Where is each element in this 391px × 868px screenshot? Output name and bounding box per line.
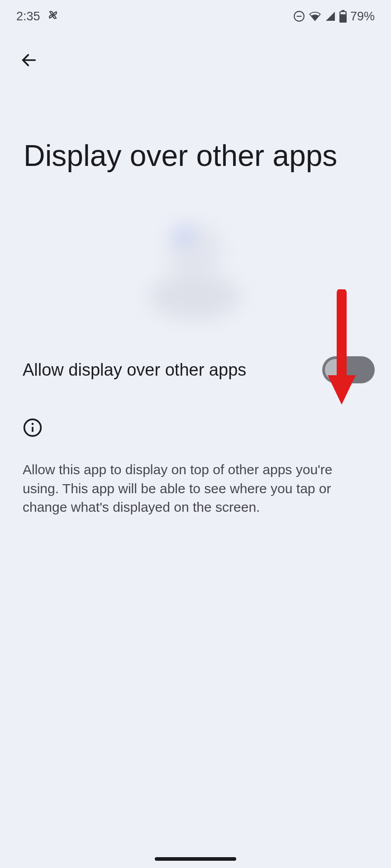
info-section: Allow this app to display on top of othe… (0, 383, 391, 516)
signal-icon (325, 11, 336, 22)
wifi-icon (309, 10, 321, 23)
page-title: Display over other apps (0, 73, 391, 175)
status-right: 79% (293, 9, 375, 24)
toggle-knob (325, 359, 347, 381)
info-icon (23, 418, 43, 438)
back-button[interactable] (16, 48, 42, 73)
app-identity-region (0, 215, 391, 333)
status-left: 2:35 (16, 9, 59, 24)
pinwheel-icon (47, 9, 59, 24)
status-bar: 2:35 (0, 0, 391, 33)
navigation-handle[interactable] (155, 857, 236, 861)
allow-display-label: Allow display over other apps (23, 360, 246, 380)
svg-rect-4 (340, 14, 346, 22)
allow-display-setting[interactable]: Allow display over other apps (0, 333, 391, 383)
arrow-left-icon (20, 51, 38, 71)
svg-point-8 (32, 423, 34, 425)
info-description: Allow this app to display on top of othe… (23, 460, 368, 516)
battery-icon (339, 10, 347, 23)
allow-display-toggle[interactable] (322, 356, 375, 383)
status-time: 2:35 (16, 9, 40, 24)
dnd-icon (293, 10, 305, 22)
battery-percent: 79% (350, 9, 375, 24)
action-bar (0, 33, 391, 73)
